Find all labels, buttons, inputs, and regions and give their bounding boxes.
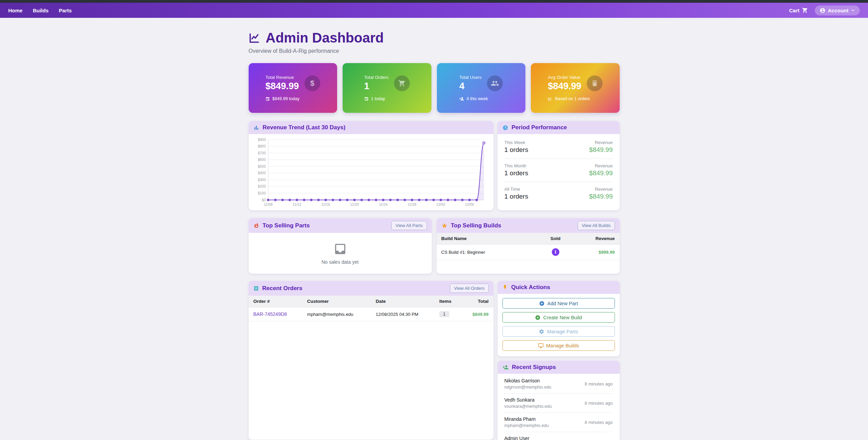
page-title-text: Admin Dashboard: [266, 30, 384, 46]
navbar: HomeBuildsParts Cart Account: [0, 3, 868, 18]
top-selling-builds-card: Top Selling Builds View All Builds Build…: [437, 218, 620, 274]
receipt-icon: [253, 286, 259, 291]
calendar-icon: [265, 97, 270, 101]
period-performance-card: Period Performance This Week 1 orders Re…: [498, 121, 620, 210]
stat-footnote: 1 today: [371, 96, 385, 101]
manage-builds-button[interactable]: Manage Builds: [502, 340, 615, 351]
view-all-orders-button[interactable]: View All Orders: [450, 284, 489, 293]
stat-value: 4: [459, 81, 481, 92]
page-subtitle: Overview of Build-A-Rig performance: [249, 48, 620, 54]
calculator-icon: [587, 75, 603, 91]
view-all-builds-button[interactable]: View All Builds: [578, 221, 615, 230]
table-row: CS Build #1: Beginner 1 $999.99: [437, 245, 620, 260]
signup-email: ndgrrson@memphis.edu: [504, 385, 551, 390]
signup-email: vsunkara@memphis.edu: [504, 404, 552, 409]
col-revenue: Revenue: [574, 233, 620, 245]
dollar-icon: $: [305, 75, 320, 91]
main-content: Admin Dashboard Overview of Build-A-Rig …: [249, 30, 620, 440]
period-performance-header: Period Performance: [498, 121, 620, 134]
recent-signups-title: Recent Signups: [512, 364, 556, 371]
inbox-icon: [333, 242, 347, 256]
users-icon: [487, 75, 503, 91]
signup-time: 8 minutes ago: [585, 381, 613, 387]
signup-name: Admin User: [504, 436, 546, 440]
recent-orders-card: Recent Orders View All Orders Order # Cu…: [249, 281, 494, 440]
nav-link[interactable]: Builds: [33, 8, 49, 13]
revenue-trend-header: Revenue Trend (Last 30 Days): [249, 121, 494, 134]
svg-text:$700: $700: [258, 151, 266, 155]
stat-card-total-revenue: Total Revenue $849.99 $ $849.99 today: [249, 63, 337, 113]
calendar-icon: [364, 97, 369, 101]
period-label: This Month: [504, 163, 528, 168]
nav-links: HomeBuildsParts: [8, 8, 72, 13]
revenue-trend-title: Revenue Trend (Last 30 Days): [263, 124, 346, 131]
recent-orders-table: Order # Customer Date Items Total BAR-74…: [249, 296, 494, 321]
revenue-value: $849.99: [589, 169, 613, 177]
bar-chart-icon: [253, 125, 259, 131]
revenue-label: Revenue: [589, 140, 613, 145]
build-revenue: $999.99: [574, 245, 620, 260]
stat-footnote: 4 this week: [466, 96, 488, 101]
period-row: This Month 1 orders Revenue $849.99: [504, 159, 613, 182]
period-row: This Week 1 orders Revenue $849.99: [504, 135, 613, 159]
clock-icon: [502, 125, 508, 131]
button-label: Create New Build: [543, 315, 582, 320]
gear-icon: [539, 329, 544, 334]
items-badge: 1: [439, 311, 449, 317]
order-number-link[interactable]: BAR-745249D8: [253, 311, 287, 317]
top-builds-table: Build Name Sold Revenue CS Build #1: Beg…: [437, 233, 620, 260]
svg-text:11/16: 11/16: [321, 202, 330, 206]
list-item: Nikolas Garrison ndgrrson@memphis.edu 8 …: [504, 374, 613, 394]
quick-actions-header: Quick Actions: [498, 281, 620, 294]
nav-link[interactable]: Parts: [59, 8, 72, 13]
revenue-label: Revenue: [589, 163, 613, 168]
svg-text:11/08: 11/08: [264, 202, 273, 206]
flame-icon: [253, 223, 259, 228]
button-label: Add New Part: [547, 301, 578, 306]
signup-time: 8 minutes ago: [585, 401, 613, 406]
account-menu-button[interactable]: Account: [815, 5, 860, 15]
signup-time: 8 minutes ago: [585, 439, 613, 440]
chart-line-icon: [249, 32, 261, 44]
signup-time: 8 minutes ago: [585, 420, 613, 425]
stat-footnote: $849.99 today: [272, 96, 299, 101]
stat-label: Total Users: [459, 75, 481, 80]
recent-signups-header: Recent Signups: [498, 361, 620, 374]
svg-text:11/12: 11/12: [293, 202, 301, 206]
top-selling-builds-header: Top Selling Builds View All Builds: [437, 218, 620, 233]
revenue-trend-card: Revenue Trend (Last 30 Days) $0$100$200$…: [249, 121, 494, 210]
order-customer: mpham@memphis.edu: [302, 307, 371, 321]
button-label: Manage Parts: [547, 329, 578, 334]
table-row: BAR-745249D8 mpham@memphis.edu 12/08/202…: [249, 307, 494, 321]
list-item: Miranda Pham mpham@memphis.edu 8 minutes…: [504, 413, 613, 432]
list-item: Admin User admin@memphis.edu 8 minutes a…: [504, 432, 613, 440]
svg-text:11/24: 11/24: [379, 202, 388, 206]
svg-text:$0: $0: [262, 198, 266, 202]
parts-empty-text: No sales data yet: [321, 259, 358, 265]
account-label: Account: [828, 8, 848, 13]
stat-value: $849.99: [548, 81, 581, 92]
signup-email: mpham@memphis.edu: [504, 423, 549, 428]
period-orders: 1 orders: [504, 193, 528, 200]
col-build-name: Build Name: [437, 233, 537, 245]
top-selling-builds-title: Top Selling Builds: [451, 222, 501, 229]
stats-row: Total Revenue $849.99 $ $849.99 today T: [249, 63, 620, 113]
page-header: Admin Dashboard Overview of Build-A-Rig …: [249, 30, 620, 54]
signup-name: Miranda Pham: [504, 416, 549, 422]
revenue-trend-chart: $0$100$200$300$400$500$600$700$800$90011…: [249, 134, 494, 210]
top-selling-parts-card: Top Selling Parts View All Parts No sale…: [249, 218, 432, 274]
top-selling-parts-header: Top Selling Parts View All Parts: [249, 218, 432, 233]
top-dark-strip: [0, 0, 868, 3]
revenue-trend-svg: $0$100$200$300$400$500$600$700$800$90011…: [254, 136, 488, 209]
add-new-part-button[interactable]: Add New Part: [502, 298, 615, 309]
button-label: Manage Builds: [546, 343, 579, 348]
nav-link[interactable]: Home: [8, 8, 23, 13]
col-date: Date: [371, 296, 435, 307]
svg-text:$200: $200: [258, 184, 266, 188]
cart-button[interactable]: Cart: [789, 7, 808, 13]
view-all-parts-button[interactable]: View All Parts: [391, 221, 427, 230]
manage-parts-button[interactable]: Manage Parts: [502, 326, 615, 337]
user-plus-icon: [459, 96, 464, 101]
create-new-build-button[interactable]: Create New Build: [502, 312, 615, 323]
period-label: All Time: [504, 187, 528, 192]
